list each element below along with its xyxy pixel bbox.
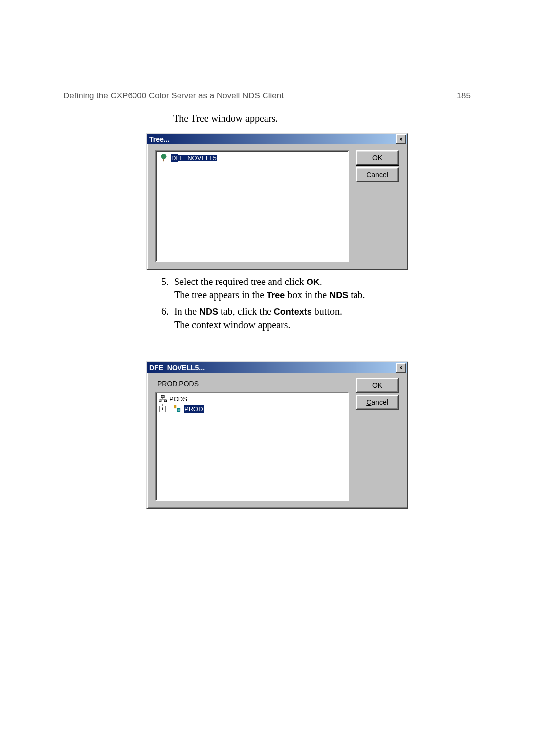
svg-point-1	[161, 154, 167, 159]
tree-icon	[159, 153, 168, 162]
tree-item-label: DFE_NOVELL5	[170, 154, 218, 162]
steps-list: Select the required tree and click OK. T…	[157, 275, 454, 334]
document-page: Defining the CXP6000 Color Server as a N…	[0, 0, 534, 756]
ok-button[interactable]: OK	[356, 378, 399, 393]
tree-dialog: Tree... × DFE_NOVELL5 OK Canc	[146, 133, 408, 270]
cancel-rest: ancel	[371, 171, 388, 179]
step-6: In the NDS tab, click the Contexts butto…	[171, 305, 454, 331]
svg-rect-12	[178, 409, 178, 410]
close-button[interactable]: ×	[396, 363, 406, 373]
tree-list-pane[interactable]: DFE_NOVELL5	[155, 150, 349, 262]
tree-dialog-body: DFE_NOVELL5 OK Cancel	[147, 144, 407, 269]
tree-child-label: PROD	[183, 405, 204, 413]
intro-text: The Tree window appears.	[173, 113, 278, 124]
org-unit-icon	[173, 405, 181, 413]
tree-dialog-titlebar[interactable]: Tree... ×	[147, 134, 407, 144]
context-dialog-titlebar[interactable]: DFE_NOVELL5... ×	[147, 362, 407, 373]
tree-item[interactable]: DFE_NOVELL5	[159, 153, 218, 162]
context-dialog: DFE_NOVELL5... × PROD.PODS	[146, 361, 408, 509]
tree-root-pods[interactable]: PODS	[158, 395, 187, 403]
ok-button[interactable]: OK	[356, 150, 399, 165]
svg-rect-10	[174, 405, 176, 408]
network-root-icon	[158, 395, 167, 403]
ok-label: OK	[372, 154, 382, 162]
header-left: Defining the CXP6000 Color Server as a N…	[63, 91, 284, 101]
svg-rect-14	[178, 410, 178, 411]
svg-rect-13	[179, 409, 180, 410]
svg-rect-7	[159, 400, 161, 402]
cancel-button[interactable]: Cancel	[356, 395, 399, 410]
cancel-button[interactable]: Cancel	[356, 167, 399, 182]
tree-root-label: PODS	[169, 395, 187, 403]
page-number: 185	[457, 91, 471, 101]
cancel-mnemonic: C	[366, 398, 371, 406]
svg-rect-15	[179, 410, 180, 411]
svg-rect-11	[177, 408, 180, 412]
svg-rect-9	[165, 400, 167, 402]
context-dialog-body: PROD.PODS	[147, 373, 407, 508]
tree-child-prod[interactable]: + PROD	[159, 405, 204, 413]
close-button[interactable]: ×	[396, 134, 406, 144]
cancel-mnemonic: C	[366, 171, 371, 179]
cancel-rest: ancel	[371, 398, 388, 406]
close-icon: ×	[399, 365, 402, 371]
context-tree-pane[interactable]: PODS +	[155, 392, 349, 501]
expand-icon[interactable]: +	[159, 406, 166, 412]
context-dialog-title: DFE_NOVELL5...	[149, 364, 205, 372]
page-header: Defining the CXP6000 Color Server as a N…	[63, 91, 471, 105]
context-path-label: PROD.PODS	[157, 380, 199, 388]
svg-rect-3	[161, 396, 164, 398]
close-icon: ×	[399, 136, 402, 142]
step-5: Select the required tree and click OK. T…	[171, 275, 454, 302]
ok-label: OK	[372, 381, 382, 389]
tree-dialog-title: Tree...	[149, 135, 169, 143]
